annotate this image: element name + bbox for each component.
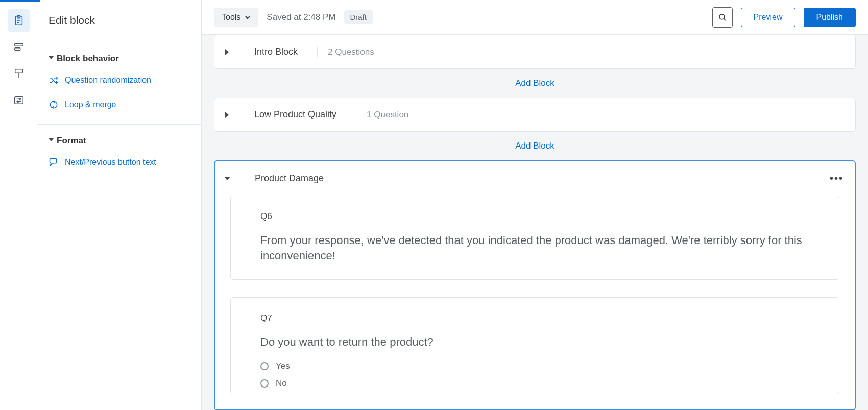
section-format[interactable]: Format: [49, 136, 191, 146]
block-title: Intro Block: [254, 46, 308, 57]
radio-icon: [260, 362, 269, 370]
publish-button[interactable]: Publish: [804, 8, 856, 27]
svg-line-17: [724, 18, 726, 20]
block-menu-icon[interactable]: •••: [830, 173, 846, 184]
top-bar: Tools Saved at 2:48 PM Draft Preview Pub…: [202, 0, 868, 35]
panel-item-label: Loop & merge: [65, 100, 116, 109]
collapse-arrow-icon[interactable]: [224, 177, 230, 180]
expand-arrow-icon[interactable]: [224, 49, 230, 55]
tools-label: Tools: [222, 13, 240, 22]
loop-icon: [49, 100, 59, 110]
option-yes[interactable]: Yes: [260, 361, 809, 371]
caret-down-icon: [49, 56, 54, 61]
block-product-damage[interactable]: Product Damage ••• Q6 From your response…: [214, 160, 856, 410]
panel-item-label: Next/Previous button text: [65, 158, 156, 167]
progress-sliver: [0, 0, 40, 2]
block-title: Product Damage: [255, 173, 334, 184]
section-heading-label: Format: [57, 136, 86, 146]
svg-rect-7: [15, 69, 23, 73]
canvas[interactable]: Intro Block 2 Questions Add Block Low Pr…: [202, 35, 868, 410]
question-number: Q6: [260, 211, 809, 222]
svg-rect-9: [15, 97, 23, 104]
preview-label: Preview: [754, 13, 783, 22]
search-icon: [718, 13, 727, 22]
saved-text: Saved at 2:48 PM: [267, 12, 335, 22]
option-no[interactable]: No: [260, 378, 809, 389]
block-meta: 2 Questions: [317, 47, 374, 57]
section-heading-label: Block behavior: [57, 54, 119, 64]
block-intro[interactable]: Intro Block 2 Questions: [214, 35, 856, 69]
add-block-link[interactable]: Add Block: [214, 132, 856, 160]
svg-rect-15: [50, 159, 57, 163]
side-panel: Edit block Block behavior Question rando…: [38, 0, 202, 410]
tooltip-arrow-icon: [49, 157, 59, 167]
publish-label: Publish: [816, 13, 843, 22]
item-next-prev-button-text[interactable]: Next/Previous button text: [49, 150, 191, 175]
question-card-q7[interactable]: Q7 Do you want to return the product? Ye…: [230, 297, 839, 394]
question-card-q6[interactable]: Q6 From your response, we've detected th…: [230, 196, 839, 280]
rail-survey-icon[interactable]: [8, 9, 30, 32]
icon-rail: [0, 0, 38, 410]
chevron-down-icon: [245, 14, 251, 20]
option-label: Yes: [276, 361, 290, 371]
status-badge: Draft: [344, 10, 373, 24]
question-text: From your response, we've detected that …: [260, 233, 809, 264]
question-text: Do you want to return the product?: [260, 334, 809, 350]
rail-look-icon[interactable]: [8, 62, 30, 85]
block-low-product-quality[interactable]: Low Product Quality 1 Question: [214, 98, 856, 132]
svg-point-14: [50, 101, 57, 108]
search-button[interactable]: [712, 7, 733, 28]
caret-down-icon: [49, 138, 54, 143]
radio-icon: [260, 379, 269, 388]
expand-arrow-icon[interactable]: [224, 112, 230, 118]
section-block-behavior[interactable]: Block behavior: [49, 54, 191, 64]
svg-rect-6: [15, 48, 20, 51]
block-title: Low Product Quality: [254, 109, 347, 120]
question-number: Q7: [260, 313, 809, 323]
svg-rect-5: [15, 44, 23, 46]
tools-dropdown[interactable]: Tools: [214, 8, 258, 27]
shuffle-icon: [49, 75, 59, 85]
panel-item-label: Question randomization: [65, 76, 151, 85]
item-question-randomization[interactable]: Question randomization: [49, 68, 191, 92]
item-loop-merge[interactable]: Loop & merge: [49, 92, 191, 117]
panel-title: Edit block: [38, 0, 201, 42]
rail-flow-icon[interactable]: [8, 36, 30, 58]
block-meta: 1 Question: [356, 110, 408, 120]
preview-button[interactable]: Preview: [741, 8, 795, 27]
add-block-link[interactable]: Add Block: [214, 69, 856, 98]
rail-options-icon[interactable]: [8, 89, 30, 111]
option-label: No: [276, 378, 287, 389]
svg-point-16: [719, 14, 725, 19]
